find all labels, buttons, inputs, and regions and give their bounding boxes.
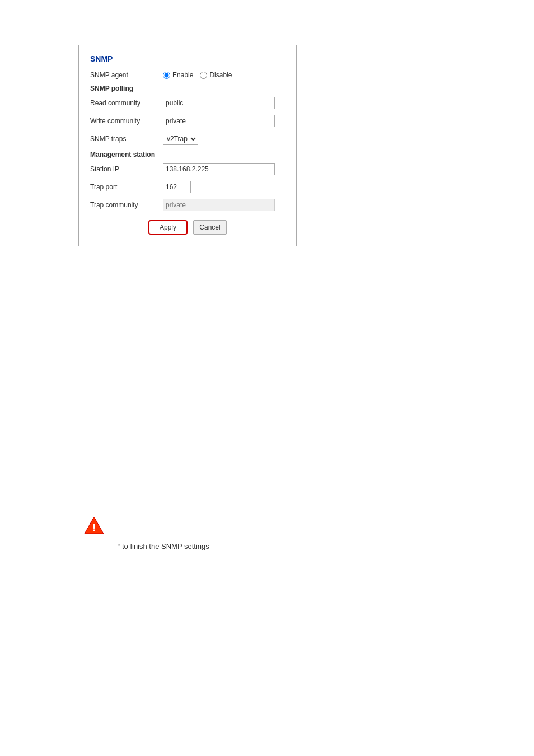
snmp-agent-radio-group: Enable Disable xyxy=(163,71,232,79)
trap-community-row: Trap community xyxy=(90,199,285,211)
trap-community-input xyxy=(163,199,275,211)
warning-icon: ! xyxy=(84,515,104,535)
snmp-traps-label: SNMP traps xyxy=(90,135,163,143)
read-community-row: Read community xyxy=(90,97,285,109)
station-ip-row: Station IP xyxy=(90,163,285,175)
write-community-input[interactable] xyxy=(163,115,275,127)
read-community-input[interactable] xyxy=(163,97,275,109)
cancel-button[interactable]: Cancel xyxy=(193,220,227,235)
management-station-label: Management station xyxy=(90,151,285,158)
disable-radio-label[interactable]: Disable xyxy=(200,71,232,79)
write-community-label: Write community xyxy=(90,117,163,125)
write-community-row: Write community xyxy=(90,115,285,127)
panel-title: SNMP xyxy=(90,54,285,63)
trap-community-label: Trap community xyxy=(90,201,163,209)
enable-radio[interactable] xyxy=(163,72,170,79)
enable-label: Enable xyxy=(172,71,193,79)
station-ip-label: Station IP xyxy=(90,165,163,173)
svg-text:!: ! xyxy=(92,522,96,533)
disable-label: Disable xyxy=(209,71,232,79)
apply-button[interactable]: Apply xyxy=(148,220,188,235)
warning-section: ! “ to finish the SNMP settings xyxy=(78,515,512,550)
snmp-traps-select[interactable]: v2Trap v1Trap Inform xyxy=(163,133,198,145)
trap-port-label: Trap port xyxy=(90,183,163,191)
snmp-agent-label: SNMP agent xyxy=(90,71,163,79)
trap-port-input[interactable] xyxy=(163,181,191,193)
trap-port-row: Trap port xyxy=(90,181,285,193)
station-ip-input[interactable] xyxy=(163,163,275,175)
page-wrapper: SNMP SNMP agent Enable Disable SNMP poll… xyxy=(0,0,534,756)
disable-radio[interactable] xyxy=(200,72,207,79)
snmp-polling-label: SNMP polling xyxy=(90,85,285,92)
warning-text: “ to finish the SNMP settings xyxy=(84,542,209,550)
snmp-traps-row: SNMP traps v2Trap v1Trap Inform xyxy=(90,133,285,145)
enable-radio-label[interactable]: Enable xyxy=(163,71,193,79)
button-row: Apply Cancel xyxy=(90,220,285,235)
snmp-agent-row: SNMP agent Enable Disable xyxy=(90,71,285,79)
snmp-panel: SNMP SNMP agent Enable Disable SNMP poll… xyxy=(78,45,297,246)
read-community-label: Read community xyxy=(90,99,163,107)
